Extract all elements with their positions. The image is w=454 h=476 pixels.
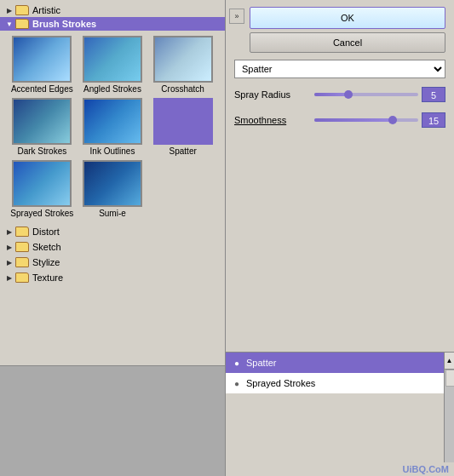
layers-content: ● Spatter ● Sprayed Strokes	[226, 353, 444, 462]
ok-button[interactable]: OK	[250, 7, 445, 29]
spray-radius-value: 5	[422, 87, 445, 102]
artistic-label: Artistic	[32, 5, 60, 15]
collapse-arrow-sketch: ▶	[5, 243, 14, 251]
thumb-dark-strokes[interactable]: Dark Strokes	[9, 98, 76, 157]
layer-eye-spatter: ●	[231, 357, 243, 369]
smoothness-track[interactable]	[314, 118, 418, 122]
folder-icon-brush-strokes	[15, 19, 29, 29]
thumb-label-sumi-e: Sumi-e	[99, 209, 126, 219]
right-panel: » OK Cancel Spatter Accented Edges Angle…	[226, 0, 454, 476]
layer-eye-sprayed-strokes: ●	[231, 377, 243, 389]
tree-item-brush-strokes[interactable]: ▼ Brush Strokes	[0, 17, 225, 31]
collapse-arrow-stylize: ▶	[5, 258, 14, 267]
brush-strokes-label: Brush Strokes	[32, 19, 96, 29]
texture-label: Texture	[32, 272, 63, 283]
thumb-label-dark-strokes: Dark Strokes	[17, 146, 66, 157]
top-button-area: » OK Cancel	[226, 0, 454, 56]
tree-item-texture[interactable]: ▶ Texture	[0, 270, 225, 285]
spray-radius-track[interactable]	[314, 93, 418, 96]
expand-chevron-button[interactable]: »	[229, 9, 244, 24]
tree-item-artistic[interactable]: ▶ Artistic	[0, 3, 225, 17]
stylize-label: Stylize	[32, 257, 60, 267]
tree-item-sketch[interactable]: ▶ Sketch	[0, 239, 225, 255]
spray-radius-area: Spray Radius 5	[226, 82, 454, 109]
tree-area: ▶ Artistic ▼ Brush Strokes Accented Edge…	[0, 0, 225, 365]
folder-icon-texture	[15, 272, 29, 283]
layer-item-sprayed-strokes[interactable]: ● Sprayed Strokes	[226, 373, 444, 393]
scrollbar-thumb[interactable]	[445, 370, 454, 387]
collapse-arrow-texture: ▶	[5, 273, 14, 282]
thumbnails-grid: Accented Edges Angled Strokes Crosshatch…	[0, 31, 225, 224]
folder-icon-stylize	[15, 257, 29, 267]
preview-area	[0, 365, 225, 476]
thumb-crosshatch[interactable]: Crosshatch	[149, 36, 216, 95]
thumb-sumi-e[interactable]: Sumi-e	[79, 160, 147, 219]
cancel-button[interactable]: Cancel	[250, 32, 445, 53]
folder-icon-artistic	[15, 5, 29, 15]
collapse-arrow-artistic: ▶	[5, 6, 14, 14]
thumb-label-spatter: Spatter	[170, 146, 197, 157]
spray-radius-row: Spray Radius 5	[234, 87, 445, 102]
watermark-area: UiBQ.CoM	[226, 462, 454, 476]
thumb-img-accented-edges	[12, 36, 72, 83]
settings-spacer	[226, 135, 454, 352]
thumb-ink-outlines[interactable]: Ink Outlines	[79, 98, 147, 157]
watermark-text: UiBQ.CoM	[403, 464, 449, 474]
thumb-sprayed-strokes[interactable]: Sprayed Strokes	[9, 160, 76, 219]
collapse-arrow-distort: ▶	[5, 227, 14, 236]
thumb-label-sprayed-strokes: Sprayed Strokes	[10, 209, 73, 219]
thumb-img-crosshatch	[153, 36, 213, 83]
thumb-img-dark-strokes	[12, 98, 72, 145]
smoothness-row: Smoothness 15	[234, 112, 445, 128]
thumb-img-spatter	[153, 98, 213, 145]
smoothness-label-text: Smoothness	[234, 115, 286, 125]
thumb-placeholder	[149, 160, 209, 219]
smoothness-fill	[314, 118, 393, 122]
filter-dropdown-area: Spatter Accented Edges Angled Strokes Cr…	[226, 56, 454, 82]
tree-item-stylize[interactable]: ▶ Stylize	[0, 255, 225, 270]
smoothness-area: Smoothness 15	[226, 109, 454, 135]
layers-row: ● Spatter ● Sprayed Strokes ▲	[226, 353, 454, 462]
filter-select[interactable]: Spatter Accented Edges Angled Strokes Cr…	[234, 60, 445, 78]
thumb-label-angled-strokes: Angled Strokes	[83, 84, 141, 95]
thumb-accented-edges[interactable]: Accented Edges	[9, 36, 76, 95]
thumb-label-accented-edges: Accented Edges	[11, 84, 73, 95]
layers-scrollbar[interactable]: ▲	[444, 353, 454, 462]
folder-icon-sketch	[15, 242, 29, 252]
thumb-img-angled-strokes	[83, 36, 142, 83]
thumb-angled-strokes[interactable]: Angled Strokes	[79, 36, 147, 95]
layer-item-spatter[interactable]: ● Spatter	[226, 353, 444, 373]
smoothness-thumb[interactable]	[388, 116, 397, 124]
spray-radius-thumb[interactable]	[344, 90, 353, 99]
ok-cancel-area: OK Cancel	[250, 7, 445, 53]
smoothness-slider-container: 15	[314, 112, 445, 128]
spray-radius-slider-container: 5	[314, 87, 445, 102]
layer-name-sprayed-strokes: Sprayed Strokes	[246, 378, 439, 388]
distort-label: Distort	[32, 227, 60, 237]
thumb-label-crosshatch: Crosshatch	[161, 84, 204, 95]
thumb-img-ink-outlines	[83, 98, 142, 145]
collapse-arrow-brush-strokes: ▼	[5, 20, 14, 28]
sketch-label: Sketch	[32, 242, 61, 252]
scrollbar-up-button[interactable]: ▲	[445, 353, 454, 370]
smoothness-value: 15	[422, 112, 445, 128]
thumb-img-sumi-e	[83, 160, 142, 207]
spray-radius-fill	[314, 93, 348, 96]
layer-name-spatter: Spatter	[246, 358, 439, 368]
left-panel: ▶ Artistic ▼ Brush Strokes Accented Edge…	[0, 0, 226, 476]
smoothness-label: Smoothness	[234, 115, 311, 125]
thumb-label-ink-outlines: Ink Outlines	[90, 146, 135, 157]
spray-radius-label: Spray Radius	[234, 89, 311, 100]
tree-item-distort[interactable]: ▶ Distort	[0, 224, 225, 239]
thumb-spatter[interactable]: Spatter	[149, 98, 216, 157]
folder-icon-distort	[15, 227, 29, 237]
layers-panel: ● Spatter ● Sprayed Strokes ▲	[226, 352, 454, 462]
thumb-img-sprayed-strokes	[12, 160, 72, 207]
